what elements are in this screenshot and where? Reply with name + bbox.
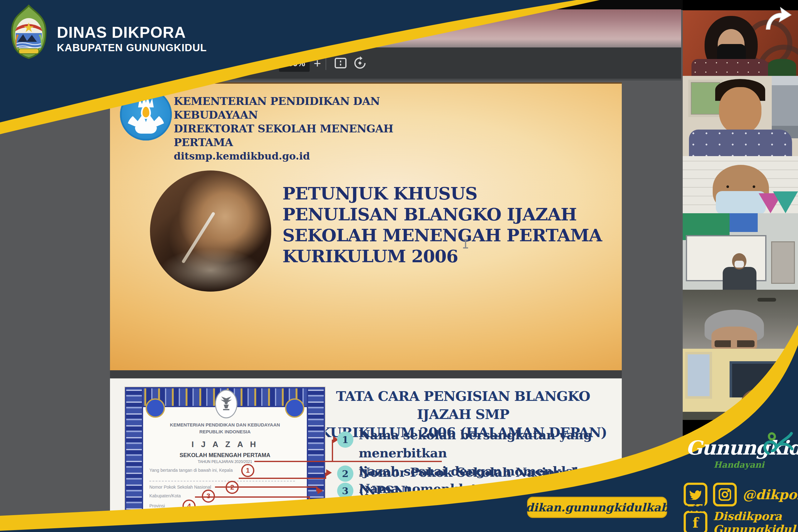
gk-flourish-icon (759, 432, 793, 456)
certificate-field-label: Kabupaten/Kota (149, 493, 181, 498)
item-2-number: 2 (337, 466, 353, 482)
item-1-line1: Nama sekolah bersangkutan yang menerbitk… (359, 426, 621, 462)
fit-page-icon[interactable] (333, 56, 348, 70)
slide-title: PETUNJUK KHUSUS PENULISAN BLANGKO IJAZAH… (283, 183, 611, 267)
connector-line (215, 487, 318, 488)
certificate-field-label: Yang bertanda tangan di bawah ini, Kepal… (149, 468, 233, 473)
connector-line (195, 496, 310, 498)
brand-tagline: Handayani (686, 460, 792, 470)
certificate-field-label: Nomor Pokok Sekolah Nasional (149, 484, 211, 490)
window-top-strip (0, 0, 798, 10)
participant-video-4[interactable] (683, 213, 798, 290)
gunungkidul-brand: Gunungkidul Handayani (686, 436, 792, 470)
slide-title-line1: PETUNJUK KHUSUS (283, 183, 611, 204)
rotate-icon[interactable] (352, 56, 367, 71)
facebook-icon: f (684, 511, 707, 532)
certificate-field-label: Provinsi (149, 503, 165, 508)
participant-video-3[interactable] (683, 156, 798, 213)
slide-title-line2: PENULISAN BLANGKO IJAZAH (283, 204, 611, 225)
connector-line (309, 496, 310, 532)
video-call-window: 12 / 55 − 100% + KEMENTERIA (0, 0, 798, 532)
certificate-corner-medallion (286, 400, 303, 417)
participant-video-2[interactable] (683, 76, 798, 156)
participant-video-6[interactable] (683, 349, 798, 420)
hand-writing-photo (150, 170, 271, 291)
pdf-page-12-cover-slide: KEMENTERIAN PENDIDIKAN DAN KEBUDAYAAN DI… (110, 82, 622, 372)
gunungkidul-crest-logo (8, 4, 49, 59)
connector-line (239, 478, 325, 479)
item-3-line2: mencoret) m (359, 516, 621, 532)
page-number-input[interactable]: 12 (208, 55, 234, 72)
certificate-marker-1: 1 (241, 464, 254, 477)
ministry-header: KEMENTERIAN PENDIDIKAN DAN KEBUDAYAAN DI… (174, 94, 455, 163)
ministry-line2: DIREKTORAT SEKOLAH MENENGAH PERTAMA (174, 122, 455, 149)
ministry-line1: KEMENTERIAN PENDIDIKAN DAN KEBUDAYAAN (174, 94, 455, 122)
org-name: DINAS DIKPORA (57, 24, 207, 41)
connector-arrow (318, 487, 323, 494)
zoom-out-button[interactable]: − (262, 55, 269, 72)
item-3-number: 3 (337, 483, 353, 499)
slide2-title-line1: TATA CARA PENGISIAN BLANGKO IJAZAH SMP (316, 387, 610, 423)
social-handle: @dikpora_gk (742, 487, 798, 502)
zoom-in-button[interactable]: + (314, 55, 321, 72)
instagram-icon (713, 483, 737, 507)
connector-arrow (326, 469, 332, 476)
facebook-page-name: Disdikpora Gunungkidul (713, 510, 798, 532)
certificate-marker-4: 4 (182, 499, 196, 513)
toolbar-divider (326, 56, 326, 70)
garuda-emblem-icon (215, 390, 237, 418)
ijazah-certificate-preview: KEMENTERIAN PENDIDIKAN DAN KEBUDAYAAN RE… (125, 387, 325, 532)
certificate-subtitle: SEKOLAH MENENGAH PERTAMA (125, 452, 325, 459)
certificate-note: menerangkan bahwa (250, 506, 291, 511)
certificate-marker-3: 3 (202, 490, 215, 503)
participant-video-5[interactable] (683, 290, 798, 349)
org-region: KABUPATEN GUNUNGKIDUL (57, 41, 207, 54)
zoom-level-input[interactable]: 100% (279, 55, 310, 72)
page-gap (110, 370, 622, 378)
text-cursor-ibeam (465, 239, 466, 248)
share-arrow-icon[interactable] (764, 5, 792, 32)
slide-title-line3: SEKOLAH MENENGAH PERTAMA (283, 225, 611, 246)
certificate-corner-medallion (147, 400, 164, 417)
org-header: DINAS DIKPORA KABUPATEN GUNUNGKIDUL (57, 24, 207, 54)
tutwuri-handayani-logo-icon (120, 89, 172, 140)
certificate-title: I J A Z A H (125, 440, 325, 449)
toolbar-divider (255, 56, 256, 70)
item-1-number: 1 (337, 432, 353, 448)
page-total-label: / 55 (238, 55, 253, 72)
website-badge: pendidikan.gunungkidulkab.go.id (527, 497, 667, 518)
certificate-header-line1: KEMENTERIAN PENDIDIKAN DAN KEBUDAYAAN (125, 422, 325, 428)
certificate-header-line2: REPUBLIK INDONESIA (125, 429, 325, 434)
ministry-website: ditsmp.kemdikbud.go.id (174, 149, 455, 163)
slide-title-line4: KURIKULUM 2006 (283, 246, 611, 267)
